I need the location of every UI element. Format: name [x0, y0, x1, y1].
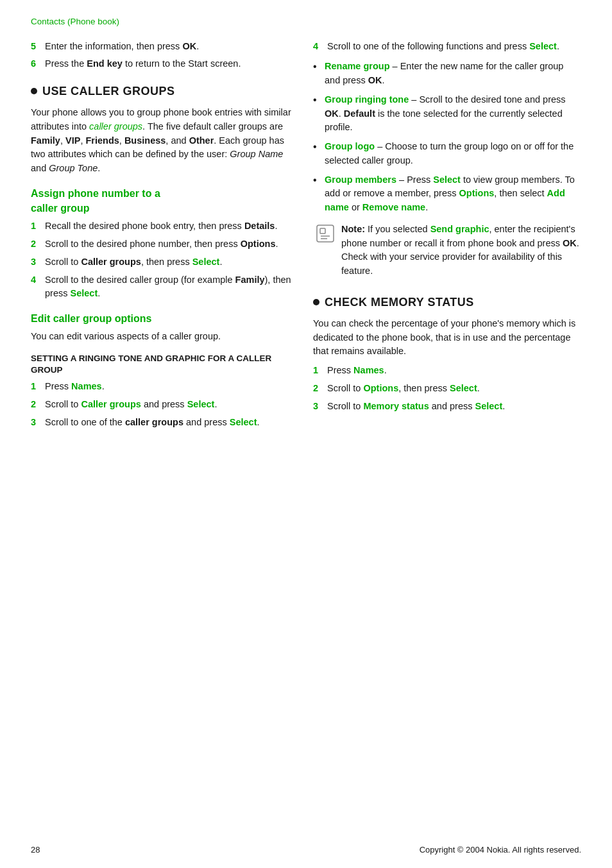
emphasis: Select: [433, 174, 461, 185]
emphasis: Memory status: [363, 401, 429, 411]
option-key: Group ringing tone: [325, 94, 409, 105]
separator: –: [411, 94, 419, 105]
step-text: Scroll to Caller groups, then press Sele…: [45, 255, 222, 269]
item-text: Group logo – Choose to turn the group lo…: [325, 140, 581, 168]
step-text: Recall the desired phone book entry, the…: [45, 219, 277, 234]
list-item: Group members – Press Select to view gro…: [313, 173, 581, 215]
list-item: 5 Enter the information, then press OK.: [31, 40, 293, 54]
emphasis: Family: [235, 275, 265, 285]
note-icon: [316, 224, 335, 243]
step-text: Press the End key to return to the Start…: [45, 57, 241, 71]
emphasis: Names: [71, 381, 102, 391]
emphasis: OK: [182, 41, 196, 51]
intro-list: 5 Enter the information, then press OK. …: [31, 40, 293, 72]
emphasis: Other: [189, 135, 214, 146]
emphasis: Select: [529, 41, 557, 51]
step-number: 4: [313, 40, 327, 54]
step-text: Enter the information, then press OK.: [45, 40, 199, 54]
step-number: 1: [313, 364, 327, 378]
list-item: 3 Scroll to one of the caller groups and…: [31, 416, 293, 430]
list-item: 2 Scroll to Caller groups and press Sele…: [31, 398, 293, 412]
breadcrumb: Contacts (Phone book): [31, 15, 581, 28]
step-text: Scroll to Caller groups and press Select…: [45, 398, 217, 412]
step-text: Scroll to the desired caller group (for …: [45, 273, 293, 302]
options-bullet-list: Rename group – Enter the new name for th…: [313, 60, 581, 215]
emphasis: Options: [241, 239, 276, 249]
page-number: 28: [31, 844, 40, 856]
emphasis: Default: [344, 108, 375, 119]
step-number: 1: [31, 380, 45, 394]
emphasis: Remove name: [362, 202, 425, 212]
page: Contacts (Phone book) 5 Enter the inform…: [0, 0, 612, 868]
emphasis: Select: [450, 383, 477, 393]
check-steps-list: 1 Press Names. 2 Scroll to Options, then…: [313, 364, 581, 413]
emphasis: Select: [230, 417, 257, 427]
subsection-title-edit: Edit caller group options: [31, 311, 293, 326]
step-number: 3: [31, 255, 45, 269]
list-item: 1 Press Names.: [31, 380, 293, 394]
note-label: Note:: [341, 224, 365, 234]
section-body: Your phone allows you to group phone boo…: [31, 106, 293, 176]
emphasis: VIP: [65, 135, 80, 146]
list-item: Group ringing tone – Scroll to the desir…: [313, 93, 581, 135]
emphasis: Options: [459, 188, 495, 198]
step-text: Scroll to one of the caller groups and p…: [45, 416, 260, 430]
option-key: Group members: [325, 174, 396, 185]
emphasis: Friends: [85, 135, 119, 146]
sub-subsection-title: SETTING A RINGING TONE AND GRAPHIC FOR A…: [31, 353, 293, 376]
emphasis: Names: [353, 365, 384, 375]
list-item: 4 Scroll to one of the following functio…: [313, 40, 581, 54]
list-item: 1 Press Names.: [313, 364, 581, 378]
emphasis: Select: [187, 399, 215, 409]
emphasis: OK: [325, 108, 339, 119]
separator: –: [393, 61, 400, 71]
step-text: Press Names.: [45, 380, 105, 394]
step-number: 2: [31, 237, 45, 251]
step-text: Scroll to one of the following functions…: [327, 40, 559, 54]
item-text: Group ringing tone – Scroll to the desir…: [325, 93, 581, 135]
copyright: Copyright © 2004 Nokia. All rights reser…: [420, 844, 581, 856]
italic-text: Group Tone: [49, 163, 98, 173]
emphasis: Details: [244, 221, 275, 231]
subsection-title-assign: Assign phone number to acaller group: [31, 186, 293, 216]
list-item: 3 Scroll to Caller groups, then press Se…: [31, 255, 293, 269]
emphasis: Caller groups: [81, 257, 140, 267]
emphasis: Select: [475, 401, 503, 411]
list-item: Rename group – Enter the new name for th…: [313, 60, 581, 88]
step-number: 3: [313, 400, 327, 414]
emphasis: End key: [87, 58, 123, 69]
list-item: 6 Press the End key to return to the Sta…: [31, 57, 293, 71]
emphasis: Family: [31, 135, 60, 146]
edit-body: You can edit various aspects of a caller…: [31, 330, 293, 344]
emphasis: Send graphic: [430, 224, 489, 234]
setting-steps-list: 1 Press Names. 2 Scroll to Caller groups…: [31, 380, 293, 429]
note-text: Note: If you selected Send graphic, ente…: [341, 223, 581, 278]
option-key: Rename group: [325, 61, 390, 71]
emphasis: Select: [71, 288, 98, 298]
list-item: 4 Scroll to the desired caller group (fo…: [31, 273, 293, 302]
section-body-memory: You can check the percentage of your pho…: [313, 317, 581, 359]
emphasis: OK: [368, 75, 382, 85]
step-number: 2: [31, 398, 45, 412]
section-title: USE CALLER GROUPS: [42, 83, 175, 99]
section-header-memory: CHECK MEMORY STATUS: [313, 294, 581, 311]
list-item: 3 Scroll to Memory status and press Sele…: [313, 400, 581, 414]
note-box: Note: If you selected Send graphic, ente…: [313, 223, 581, 278]
emphasis: Add name: [325, 188, 565, 212]
step-number: 3: [31, 416, 45, 430]
emphasis: caller groups: [125, 417, 183, 427]
step-text: Press Names.: [327, 364, 387, 378]
emphasis: Options: [363, 383, 398, 393]
item-text: Rename group – Enter the new name for th…: [325, 60, 581, 88]
emphasis: Business: [124, 135, 166, 146]
step-number: 6: [31, 57, 45, 71]
right-step4-list: 4 Scroll to one of the following functio…: [313, 40, 581, 54]
option-key: Group logo: [325, 141, 375, 151]
list-item: 2 Scroll to Options, then press Select.: [313, 382, 581, 396]
section-header-caller-groups: USE CALLER GROUPS: [31, 83, 293, 99]
step-text: Scroll to Memory status and press Select…: [327, 400, 505, 414]
separator: –: [399, 174, 407, 185]
step-text: Scroll to the desired phone number, then…: [45, 237, 278, 251]
step-number: 1: [31, 219, 45, 234]
right-column: 4 Scroll to one of the following functio…: [313, 40, 581, 436]
